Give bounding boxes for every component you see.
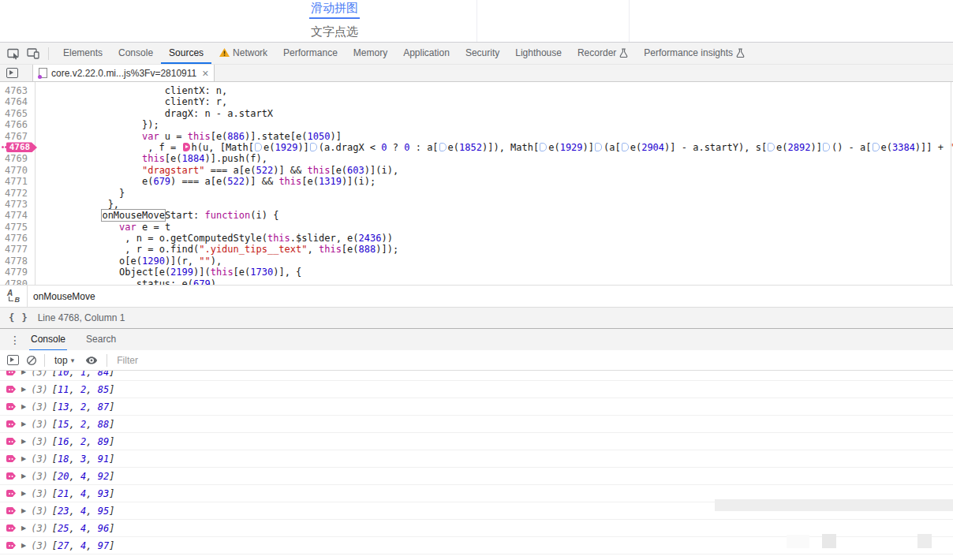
logpoint-icon: [6, 542, 16, 549]
console-log-row: ▶(3)[11, 2, 85]: [0, 381, 953, 398]
code-token: this: [267, 233, 290, 244]
inline-breakpoint-icon[interactable]: [873, 143, 880, 151]
sources-file-tabbar: core.v2.22.0.mi...js%3Fv=2810911 ×: [0, 65, 953, 82]
watermark-block: [917, 534, 932, 548]
console-sidebar-icon[interactable]: [7, 355, 19, 365]
line-number[interactable]: 4776: [0, 233, 35, 244]
array-value: 4: [80, 523, 86, 534]
file-tab-core-js[interactable]: core.v2.22.0.mi...js%3Fv=2810911 ×: [32, 65, 215, 81]
inline-breakpoint-icon[interactable]: [595, 143, 602, 151]
devtools-tab-elements[interactable]: Elements: [55, 43, 110, 64]
code-token: )] - a.startY), s[: [664, 142, 767, 153]
expand-arrow-icon[interactable]: ▶: [21, 386, 26, 393]
code-area: 4763clientX: n,4764clientY: r,4765dragX:…: [0, 85, 953, 286]
line-number[interactable]: 4768: [0, 142, 35, 153]
expand-arrow-icon[interactable]: ▶: [21, 472, 26, 480]
line-number[interactable]: 4773: [0, 199, 35, 210]
expand-arrow-icon[interactable]: ▶: [21, 542, 26, 549]
devtools-tab-performance-insights[interactable]: Performance insights: [636, 43, 753, 64]
code-token: 2892: [788, 142, 811, 153]
devtools-tab-lighthouse[interactable]: Lighthouse: [507, 43, 570, 64]
logpoint-icon: [6, 386, 16, 393]
inspect-element-icon[interactable]: [7, 47, 20, 60]
devtools-tab-performance[interactable]: Performance: [275, 43, 346, 64]
code-token: )].state[e(: [245, 131, 307, 142]
line-number[interactable]: 4770: [0, 165, 35, 176]
code-token: )] &&: [245, 176, 278, 187]
code-token: 1929: [275, 142, 297, 153]
drawer-tab-search[interactable]: Search: [84, 329, 118, 351]
array-value: 89: [98, 436, 109, 447]
line-number[interactable]: 4766: [0, 119, 35, 130]
code-line: 4777, r = o.find(".yidun_tips__text", th…: [0, 244, 953, 255]
line-number[interactable]: 4767: [0, 131, 35, 142]
kebab-menu-icon[interactable]: ⋮: [0, 334, 29, 346]
line-number[interactable]: 4777: [0, 244, 35, 255]
devtools-tab-console[interactable]: Console: [110, 43, 161, 64]
line-number[interactable]: 4775: [0, 222, 35, 233]
array-value: 13: [58, 401, 69, 413]
watermark-band: [715, 499, 953, 511]
devtools-tab-application[interactable]: Application: [395, 43, 458, 64]
inline-breakpoint-icon[interactable]: [622, 143, 629, 151]
inline-breakpoint-icon[interactable]: [768, 143, 775, 151]
array-value: 1: [80, 371, 86, 378]
inline-breakpoint-icon[interactable]: [310, 143, 317, 151]
code-token: ,: [308, 244, 319, 255]
page-tab-slide-puzzle[interactable]: 滑动拼图: [309, 1, 360, 19]
pretty-print-icon[interactable]: { }: [9, 312, 28, 323]
editor-scrollbar[interactable]: [951, 82, 951, 285]
code-token: this: [142, 153, 165, 164]
expand-arrow-icon[interactable]: ▶: [21, 438, 26, 445]
expand-arrow-icon[interactable]: ▶: [21, 525, 26, 532]
drawer-header: ⋮ ConsoleSearch: [0, 328, 953, 351]
close-icon[interactable]: ×: [202, 69, 208, 77]
devtools-tab-sources[interactable]: Sources: [161, 43, 211, 64]
code-line: 4763clientX: n,: [0, 85, 953, 96]
line-number[interactable]: 4780: [0, 278, 35, 286]
drawer-tab-console[interactable]: Console: [29, 329, 67, 351]
context-dropdown[interactable]: top ▾: [54, 355, 74, 366]
line-number[interactable]: 4772: [0, 188, 35, 199]
clear-console-icon[interactable]: [26, 355, 37, 366]
code-token: , n = o.getComputedStyle(: [125, 233, 267, 244]
inline-breakpoint-icon[interactable]: [823, 143, 830, 151]
console-toolbar: top ▾: [0, 350, 953, 371]
console-filter-input[interactable]: [115, 354, 945, 367]
line-number[interactable]: 4765: [0, 108, 35, 119]
page-tab-text-click[interactable]: 文字点选: [309, 24, 360, 39]
line-number[interactable]: 4774: [0, 210, 35, 221]
expand-arrow-icon[interactable]: ▶: [21, 455, 26, 462]
expand-arrow-icon[interactable]: ▶: [21, 490, 26, 497]
line-number[interactable]: 4778: [0, 256, 35, 267]
inline-breakpoint-active-icon[interactable]: [183, 143, 190, 151]
devtools-tab-recorder[interactable]: Recorder: [570, 43, 636, 64]
inline-breakpoint-icon[interactable]: [540, 143, 547, 151]
expand-arrow-icon[interactable]: ▶: [21, 371, 26, 375]
search-input[interactable]: [32, 288, 953, 305]
breakpoint-flag-icon[interactable]: 4768: [6, 142, 37, 152]
expand-arrow-icon[interactable]: ▶: [21, 507, 26, 514]
devtools-tab-security[interactable]: Security: [458, 43, 507, 64]
array-value: 2: [80, 384, 86, 395]
code-line: 4779Object[e(2199)](this[e(1730)], {: [0, 267, 953, 278]
line-number[interactable]: 4769: [0, 153, 35, 164]
expand-arrow-icon[interactable]: ▶: [21, 403, 26, 410]
array-value: 84: [98, 371, 109, 378]
devtools-tab-network[interactable]: Network: [211, 43, 275, 64]
code-token: 1050: [308, 131, 331, 142]
devtools-tab-memory[interactable]: Memory: [346, 43, 395, 64]
code-token: clientX: n,: [165, 85, 227, 96]
show-navigator-icon[interactable]: [0, 65, 24, 81]
inline-breakpoint-icon[interactable]: [439, 143, 447, 151]
line-number[interactable]: 4779: [0, 267, 35, 278]
line-number[interactable]: 4771: [0, 176, 35, 187]
code-token: [e(: [234, 267, 251, 278]
inline-breakpoint-icon[interactable]: [255, 143, 262, 151]
array-value: 11: [58, 384, 69, 395]
line-number[interactable]: 4764: [0, 96, 35, 107]
expand-arrow-icon[interactable]: ▶: [21, 420, 26, 427]
line-number[interactable]: 4763: [0, 85, 35, 96]
device-toolbar-icon[interactable]: [27, 48, 39, 59]
live-expression-eye-icon[interactable]: [85, 356, 98, 365]
